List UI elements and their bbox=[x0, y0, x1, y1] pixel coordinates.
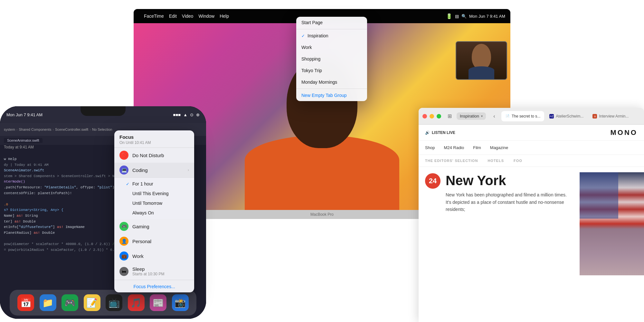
dock-files[interactable]: 📁 bbox=[40, 294, 56, 311]
focus-label-personal: Personal bbox=[132, 239, 189, 244]
focus-prefs-button[interactable]: Focus Preferences... bbox=[114, 281, 194, 292]
menubar-facetime[interactable]: FaceTime bbox=[144, 14, 164, 19]
focus-label-sleep: Sleep bbox=[132, 266, 189, 272]
macbook-label: MacBook Pro bbox=[310, 212, 334, 217]
focus-subtitle: On Until 10:41 AM bbox=[119, 140, 189, 145]
close-button[interactable] bbox=[422, 114, 427, 118]
coding-submenu: ✓ For 1 hour Until This Evening Until To… bbox=[114, 177, 194, 219]
tg-item-shopping[interactable]: Shopping bbox=[296, 53, 367, 65]
checkmark-icon: ✓ bbox=[301, 33, 305, 38]
chevron-icon: › bbox=[188, 168, 189, 172]
fullscreen-button[interactable] bbox=[437, 114, 441, 118]
dock-music[interactable]: 🎵 bbox=[128, 294, 145, 311]
breadcrumb: system › Shared Components › SceneContro… bbox=[4, 128, 112, 131]
tg-item-inspiration[interactable]: ✓ Inspiration bbox=[296, 30, 367, 42]
checkmark-icon: ✓ bbox=[126, 182, 129, 186]
mono-city-name: New York bbox=[446, 173, 568, 188]
nav-magazine[interactable]: Magazine bbox=[490, 145, 508, 150]
tab-label-1: The secret to s... bbox=[512, 114, 540, 118]
safari-tab-1[interactable]: 📄 The secret to s... bbox=[501, 111, 544, 121]
focus-item-gaming[interactable]: 🎮 Gaming bbox=[114, 219, 194, 234]
breadcrumb-scene[interactable]: SceneController.swift bbox=[55, 128, 88, 131]
mono-text-block: New York New York has been photographed … bbox=[446, 173, 568, 213]
mono-nav: Shop M24 Radio Film Magazine bbox=[419, 141, 644, 155]
person-icon[interactable]: ⊕ bbox=[196, 112, 200, 117]
mono-logo: MONO bbox=[611, 128, 638, 137]
tab-label-3: Interview Armin... bbox=[599, 114, 629, 118]
dock-games[interactable]: 🎮 bbox=[62, 294, 78, 311]
tg-label-startpage: Start Page bbox=[301, 20, 323, 25]
focus-divider bbox=[114, 280, 194, 280]
tg-label-inspiration: Inspiration bbox=[308, 33, 328, 38]
file-tab-animator[interactable]: SceneAnimator.swift bbox=[4, 138, 43, 143]
hotels-label: HOTELS bbox=[488, 159, 504, 163]
focus-icon-gaming: 🎮 bbox=[119, 222, 128, 231]
dock-camera[interactable]: 📸 bbox=[172, 294, 189, 311]
mono-city-description: New York has been photographed and filme… bbox=[446, 191, 568, 213]
focus-sleep-subtitle: Starts at 10:30 PM bbox=[132, 272, 189, 276]
breadcrumb-system[interactable]: system bbox=[4, 128, 15, 131]
tg-item-tokyo[interactable]: Tokyo Trip bbox=[296, 65, 367, 76]
nav-shop[interactable]: Shop bbox=[425, 145, 435, 150]
menubar-edit[interactable]: Edit bbox=[169, 14, 177, 19]
focus-item-sleep[interactable]: 🛏 Sleep Starts at 10:30 PM bbox=[114, 263, 194, 279]
tab-group-selector[interactable]: Inspiration ▾ bbox=[457, 112, 486, 120]
coding-sub-always[interactable]: Always On bbox=[114, 208, 194, 218]
focus-title: Focus bbox=[119, 134, 189, 140]
focus-icon-coding: 💻 bbox=[119, 166, 128, 175]
iphone-notch bbox=[80, 106, 126, 116]
tg-item-monday[interactable]: Monday Mornings bbox=[296, 76, 367, 88]
editors-label: THE EDITORS' SELECTION bbox=[425, 159, 478, 163]
dock-news[interactable]: 📰 bbox=[150, 294, 166, 311]
breadcrumb-no-sel: No Selection bbox=[92, 128, 112, 131]
focus-label-coding: Coding bbox=[132, 167, 184, 173]
tab-favicon-3: a bbox=[592, 114, 597, 118]
search-icon[interactable]: ⊙ bbox=[190, 112, 194, 117]
listen-live-button[interactable]: 🔊 LISTEN LIVE bbox=[425, 130, 455, 135]
safari-window: ⊞ Inspiration ▾ ‹ 📄 The secret to s... A… bbox=[419, 108, 644, 322]
coding-sub-tomorrow[interactable]: Until Tomorrow bbox=[114, 198, 194, 208]
iphone-status-icons: ■■■ ▲ ⊙ ⊕ bbox=[173, 112, 200, 117]
food-label: FOO bbox=[514, 159, 522, 163]
menubar-search-icon[interactable]: 🔍 bbox=[461, 14, 467, 19]
tg-item-new-group[interactable]: New Empty Tab Group bbox=[296, 90, 367, 101]
minimize-button[interactable] bbox=[430, 114, 434, 118]
pip-face bbox=[472, 44, 491, 70]
tab-group-name: Inspiration bbox=[460, 114, 479, 118]
nav-radio[interactable]: M24 Radio bbox=[444, 145, 464, 150]
focus-item-work[interactable]: 💼 Work bbox=[114, 249, 194, 263]
back-button[interactable]: ‹ bbox=[490, 112, 499, 121]
breadcrumb-shared[interactable]: Shared Components bbox=[19, 128, 52, 131]
focus-icon-sleep: 🛏 bbox=[119, 267, 128, 276]
wifi-icon: ▲ bbox=[183, 112, 187, 117]
menubar-window[interactable]: Window bbox=[198, 14, 214, 19]
coding-sub-for1hour[interactable]: ✓ For 1 hour bbox=[114, 179, 194, 189]
focus-label-dnd: Do Not Disturb bbox=[132, 153, 189, 158]
nav-film[interactable]: Film bbox=[473, 145, 481, 150]
chevron-down-icon: ▾ bbox=[481, 114, 483, 118]
sidebar-toggle-button[interactable]: ⊞ bbox=[445, 112, 454, 121]
coding-sub-this-evening[interactable]: Until This Evening bbox=[114, 189, 194, 198]
tab-label-2: AtelierSchwim... bbox=[556, 114, 583, 118]
menubar-battery-icon: 🔋 bbox=[446, 13, 452, 19]
listen-live-label: LISTEN LIVE bbox=[432, 130, 455, 135]
mono-right-image bbox=[580, 172, 644, 275]
menubar-help[interactable]: Help bbox=[220, 14, 229, 19]
safari-tab-2[interactable]: AZ AtelierSchwim... bbox=[545, 111, 587, 121]
dock-notes[interactable]: 📝 bbox=[84, 294, 100, 311]
safari-tab-3[interactable]: a Interview Armin... bbox=[589, 111, 632, 121]
focus-item-coding[interactable]: 💻 Coding › bbox=[114, 163, 194, 177]
mono-editors-section: THE EDITORS' SELECTION HOTELS FOO bbox=[419, 155, 644, 167]
focus-item-dnd[interactable]: 🚫 Do Not Disturb bbox=[114, 148, 194, 163]
dock-tv[interactable]: 📺 bbox=[106, 294, 122, 311]
dock-calendar[interactable]: 📅 bbox=[17, 294, 34, 311]
focus-item-personal[interactable]: 👤 Personal bbox=[114, 234, 194, 249]
tg-item-startpage[interactable]: Start Page bbox=[296, 17, 367, 28]
focus-label-gaming: Gaming bbox=[132, 224, 189, 229]
menubar-video[interactable]: Video bbox=[182, 14, 194, 19]
menubar-wifi-icon: ▤ bbox=[455, 14, 459, 19]
tg-label-tokyo: Tokyo Trip bbox=[301, 68, 322, 73]
coding-sub-label-evening: Until This Evening bbox=[132, 191, 169, 196]
tab-favicon-2: AZ bbox=[549, 114, 554, 118]
tg-item-work[interactable]: Work bbox=[296, 42, 367, 53]
